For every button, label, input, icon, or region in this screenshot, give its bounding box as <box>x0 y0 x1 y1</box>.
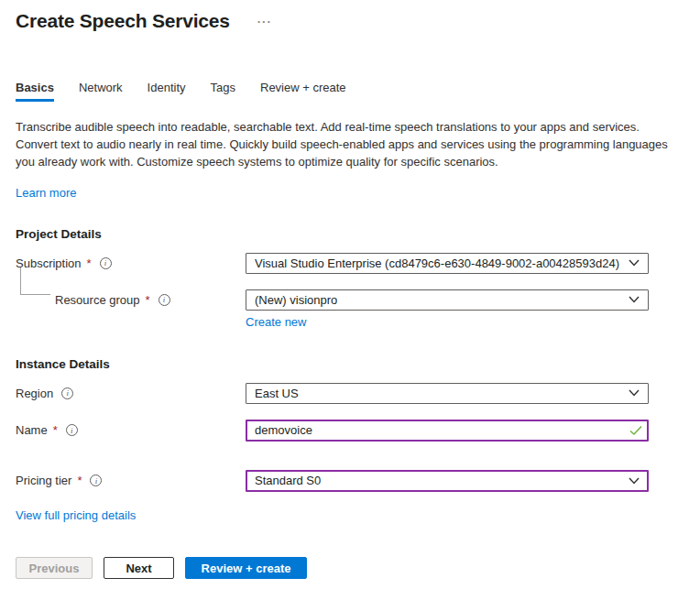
resource-group-connector <box>20 267 50 295</box>
resource-group-value: (New) visionpro <box>255 293 337 307</box>
resource-group-dropdown[interactable]: (New) visionpro <box>246 289 649 311</box>
subscription-dropdown[interactable]: Visual Studio Enterprise (cd8479c6-e630-… <box>246 253 649 274</box>
info-icon[interactable]: i <box>61 387 73 399</box>
required-marker: * <box>87 256 92 270</box>
name-label-group: Name* i <box>16 423 246 437</box>
tab-review-create[interactable]: Review + create <box>260 81 346 102</box>
region-row: Region i East US <box>16 383 682 404</box>
chevron-down-icon <box>629 477 640 485</box>
learn-more-link[interactable]: Learn more <box>16 186 76 200</box>
name-input[interactable] <box>246 420 649 442</box>
info-icon[interactable]: i <box>159 294 170 306</box>
tab-network[interactable]: Network <box>79 81 123 102</box>
info-icon[interactable]: i <box>66 424 78 436</box>
region-dropdown[interactable]: East US <box>246 383 649 404</box>
name-row: Name* i <box>16 420 682 442</box>
required-marker: * <box>77 474 82 487</box>
wizard-footer: Previous Next Review + create <box>16 557 307 579</box>
info-icon[interactable]: i <box>90 474 102 486</box>
blade-header: Create Speech Services ··· <box>16 7 682 35</box>
tab-identity[interactable]: Identity <box>148 81 186 102</box>
project-details-section: Project Details Subscription* i Visual S… <box>16 227 682 329</box>
info-icon[interactable]: i <box>100 257 112 269</box>
required-marker: * <box>146 293 150 307</box>
pricing-tier-label-group: Pricing tier* i <box>16 474 246 487</box>
region-value: East US <box>255 387 299 400</box>
create-new-link[interactable]: Create new <box>246 315 306 329</box>
next-button[interactable]: Next <box>104 557 174 579</box>
page-title: Create Speech Services <box>16 10 230 32</box>
chevron-down-icon <box>629 259 640 267</box>
tab-tags[interactable]: Tags <box>211 81 235 102</box>
resource-group-label: Resource group <box>55 293 140 307</box>
create-speech-services-blade: Create Speech Services ··· Basics Networ… <box>0 0 700 522</box>
pricing-tier-row: Pricing tier* i Standard S0 <box>16 470 682 492</box>
chevron-down-icon <box>629 296 640 303</box>
chevron-down-icon <box>629 389 640 397</box>
valid-check-icon <box>629 425 642 435</box>
pricing-tier-label: Pricing tier <box>16 474 71 487</box>
region-label: Region <box>16 387 53 400</box>
review-create-button[interactable]: Review + create <box>185 557 307 579</box>
region-label-group: Region i <box>16 387 246 400</box>
tab-basics[interactable]: Basics <box>16 81 54 102</box>
pricing-tier-dropdown[interactable]: Standard S0 <box>246 470 649 492</box>
service-description: Transcribe audible speech into readable,… <box>16 119 679 171</box>
project-details-heading: Project Details <box>16 227 682 241</box>
instance-details-section: Instance Details Region i East US Name* … <box>16 357 682 522</box>
subscription-row: Subscription* i Visual Studio Enterprise… <box>16 253 682 274</box>
blade-tabs: Basics Network Identity Tags Review + cr… <box>16 81 682 102</box>
view-pricing-link[interactable]: View full pricing details <box>16 508 136 522</box>
instance-details-heading: Instance Details <box>16 357 682 371</box>
required-marker: * <box>53 423 58 437</box>
subscription-value: Visual Studio Enterprise (cd8479c6-e630-… <box>255 256 619 270</box>
resource-group-row: Resource group* i (New) visionpro <box>16 289 682 311</box>
more-options-icon[interactable]: ··· <box>254 15 276 28</box>
pricing-tier-value: Standard S0 <box>255 474 321 487</box>
resource-group-label-group: Resource group* i <box>16 293 246 307</box>
previous-button[interactable]: Previous <box>16 557 93 579</box>
name-label: Name <box>16 423 48 437</box>
